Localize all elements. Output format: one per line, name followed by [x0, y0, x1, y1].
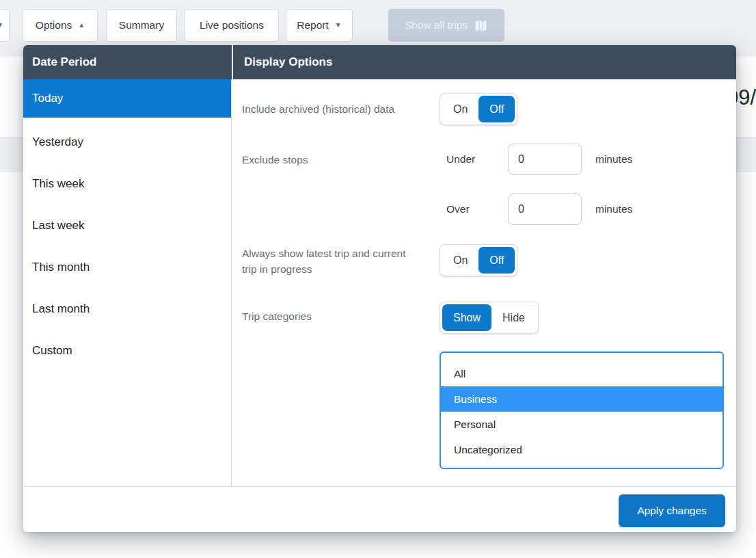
exclude-over-label: Over [446, 203, 470, 215]
chevron-down-icon: ▼ [0, 22, 3, 29]
date-item-last-month[interactable]: Last month [23, 288, 231, 330]
options-button-label: Options [36, 19, 72, 31]
include-archived-label: Include archived (historical) data [242, 101, 433, 117]
panel-footer: Apply changes [23, 486, 736, 532]
date-period-list: Today Yesterday This week Last week This… [23, 79, 231, 371]
exclude-under-input[interactable] [508, 144, 582, 175]
date-period-header: Date Period [23, 45, 232, 79]
live-positions-button-label: Live positions [200, 19, 264, 31]
report-button[interactable]: Report ▼ [286, 9, 353, 42]
display-options-header: Display Options [233, 45, 736, 79]
panel-body: Today Yesterday This week Last week This… [23, 79, 736, 486]
trip-categories-toggle[interactable]: Show Hide [440, 302, 539, 334]
app-viewport: 09/ ▼ Options ▲ Summary Live positions R… [0, 0, 756, 558]
category-option-all[interactable]: All [441, 361, 723, 386]
category-option-personal[interactable]: Personal [441, 412, 723, 437]
options-button[interactable]: Options ▲ [23, 9, 98, 42]
category-listbox[interactable]: All Business Personal Uncategorized [440, 351, 724, 469]
date-item-this-month[interactable]: This month [23, 246, 231, 288]
date-item-today[interactable]: Today [23, 79, 231, 118]
date-item-yesterday[interactable]: Yesterday [23, 121, 231, 163]
always-show-latest-on-option[interactable]: On [442, 247, 478, 274]
show-all-trips-button: Show all trips [388, 9, 504, 42]
trip-categories-hide-option[interactable]: Hide [491, 304, 536, 331]
date-item-custom[interactable]: Custom [23, 330, 231, 371]
date-item-this-week[interactable]: This week [23, 163, 231, 204]
exclude-over-input[interactable] [508, 194, 582, 225]
date-item-last-week[interactable]: Last week [23, 204, 231, 246]
include-archived-toggle[interactable]: On Off [440, 93, 517, 125]
always-show-latest-label: Always show latest trip and current trip… [242, 245, 406, 277]
trip-categories-show-option[interactable]: Show [442, 304, 491, 331]
apply-changes-button[interactable]: Apply changes [619, 494, 725, 527]
options-panel: Date Period Display Options Today Yester… [23, 45, 736, 532]
show-all-trips-button-label: Show all trips [405, 19, 468, 31]
category-option-uncategorized[interactable]: Uncategorized [441, 437, 723, 462]
exclude-under-label: Under [446, 153, 475, 165]
summary-button-label: Summary [119, 19, 164, 31]
chevron-down-icon: ▼ [335, 22, 342, 29]
exclude-under-unit-label: minutes [595, 153, 632, 165]
report-button-label: Report [297, 19, 329, 31]
display-options-column: Include archived (historical) data On Of… [232, 79, 736, 486]
overflow-toolbar-button[interactable]: ▼ [0, 9, 10, 42]
always-show-latest-off-option[interactable]: Off [478, 247, 515, 274]
date-period-column: Today Yesterday This week Last week This… [23, 79, 232, 486]
live-positions-button[interactable]: Live positions [185, 9, 279, 42]
map-icon [474, 18, 488, 33]
panel-header: Date Period Display Options [23, 45, 736, 79]
include-archived-off-option[interactable]: Off [478, 96, 515, 122]
summary-button[interactable]: Summary [106, 9, 177, 42]
exclude-over-unit-label: minutes [595, 203, 632, 215]
exclude-stops-label: Exclude stops [242, 152, 308, 168]
always-show-latest-toggle[interactable]: On Off [440, 244, 517, 276]
include-archived-on-option[interactable]: On [442, 96, 478, 122]
category-option-business[interactable]: Business [441, 386, 723, 412]
chevron-up-icon: ▲ [78, 22, 85, 29]
trip-categories-label: Trip categories [242, 308, 312, 324]
